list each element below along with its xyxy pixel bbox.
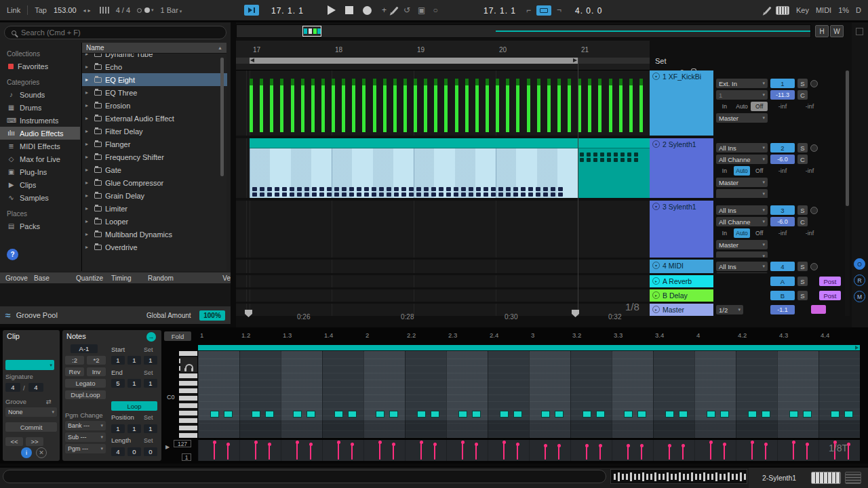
midi-note[interactable] — [707, 411, 715, 418]
track-name-box[interactable]: ▸ A Reverb — [650, 275, 713, 287]
velocity-stem[interactable] — [517, 445, 518, 460]
expand-triangle-icon[interactable]: ▸ — [85, 115, 91, 121]
monitor-auto[interactable]: Auto — [734, 166, 751, 176]
arrangement-scrollbar[interactable] — [845, 70, 850, 316]
midi-note[interactable] — [803, 411, 812, 418]
midi-note[interactable] — [458, 411, 467, 418]
monitor-in[interactable]: In — [716, 102, 733, 111]
returns-section-toggle[interactable]: R — [854, 274, 865, 286]
arm-button[interactable] — [810, 263, 818, 270]
empty-chooser[interactable]: ▾ — [716, 189, 768, 198]
loop-toggle[interactable]: Loop — [111, 401, 157, 411]
input-channel-chooser[interactable]: All Channe▾ — [716, 155, 768, 164]
end-beat-field[interactable]: 1 — [127, 379, 141, 388]
expand-triangle-icon[interactable]: ▸ — [85, 192, 91, 199]
track-fold-icon[interactable]: ▾ — [652, 262, 660, 269]
midi-note-grid[interactable] — [198, 351, 860, 438]
position-beat-field[interactable]: 1 — [127, 424, 141, 433]
track-header-3[interactable]: ▾ 3 Sylenth1 All Ins▾ All Channe▾ In Aut… — [650, 201, 844, 258]
track-header-4[interactable]: ▾ 4 MIDI All Ins▾ All Chann▾ 4 S — [650, 260, 844, 273]
preview-headphone-button[interactable] — [180, 357, 197, 372]
input-type-chooser[interactable]: All Ins▾ — [716, 205, 768, 215]
device-row[interactable]: ▸ Frequency Shifter — [82, 150, 227, 163]
volume-field[interactable]: -6.0 — [770, 155, 795, 164]
track-number-button[interactable]: 1 — [770, 79, 795, 88]
return-lane-a[interactable] — [236, 275, 650, 287]
io-section-toggle[interactable]: O — [854, 258, 865, 270]
commit-button[interactable]: Commit — [5, 422, 57, 432]
automation-arm-button[interactable] — [391, 7, 398, 14]
midi-note[interactable] — [334, 411, 343, 418]
device-row[interactable]: ▸ EQ Eight — [82, 73, 227, 86]
track-name-box[interactable]: ▾ 3 Sylenth1 — [650, 201, 713, 258]
velocity-stem[interactable] — [420, 443, 422, 460]
position-bar-field[interactable]: 1 — [111, 424, 125, 433]
reenable-automation-button[interactable]: ↺ — [403, 5, 410, 15]
output-chooser[interactable]: Master▾ — [716, 178, 768, 187]
sub-bank-chooser[interactable]: Sub ---▾ — [65, 432, 106, 442]
velocity-stem[interactable] — [475, 445, 477, 460]
mixer-section-toggle[interactable]: M — [854, 291, 865, 302]
arm-button[interactable] — [810, 207, 818, 214]
sylenth-clip-title-bar[interactable] — [250, 138, 650, 148]
search-input[interactable] — [21, 28, 197, 37]
output-chooser[interactable]: Master▾ — [716, 113, 768, 123]
key-map-button[interactable]: Key — [796, 6, 809, 14]
pre-post-toggle[interactable]: Post — [819, 291, 841, 300]
fold-button[interactable]: Fold — [164, 331, 191, 341]
browser-search[interactable] — [4, 26, 226, 39]
midi-note[interactable] — [789, 411, 798, 418]
zoom-hotspot-icon[interactable] — [856, 28, 863, 35]
track-lane-4[interactable] — [236, 260, 650, 273]
velocity-stem[interactable] — [338, 443, 339, 460]
midi-note[interactable] — [252, 411, 260, 418]
device-row[interactable]: ▸ External Audio Effect — [82, 112, 227, 125]
velocity-stem[interactable] — [214, 443, 215, 460]
expand-triangle-icon[interactable]: ▸ — [85, 244, 91, 250]
groove-pool-body[interactable] — [0, 283, 231, 306]
track-fold-icon[interactable]: ▸ — [652, 306, 660, 313]
sidebar-item-plug-ins[interactable]: ▣ Plug-Ins — [0, 165, 80, 178]
midi-note[interactable] — [762, 411, 770, 418]
monitor-in[interactable]: In — [716, 166, 733, 176]
velocity-stem[interactable] — [724, 445, 725, 460]
transpose-field[interactable]: A-1 — [71, 344, 98, 353]
expand-triangle-icon[interactable]: ▸ — [85, 205, 91, 211]
midi-note[interactable] — [307, 411, 315, 418]
lanes-view-toggle-icon[interactable] — [845, 472, 861, 484]
list-header[interactable]: Name ▲ — [82, 43, 226, 54]
master-track-header[interactable]: ▸ Master 1/2▾ -1.1 — [650, 304, 844, 316]
clip-tab-title[interactable]: Clip — [7, 332, 20, 340]
follow-button[interactable] — [244, 5, 259, 16]
velocity-stem[interactable] — [682, 446, 684, 460]
sidebar-item-packs[interactable]: ▤ Packs — [0, 220, 80, 232]
midi-note[interactable] — [679, 411, 688, 418]
groove-chooser[interactable]: None▾ — [5, 407, 57, 417]
midi-note[interactable] — [293, 411, 302, 418]
groove-column-header[interactable]: Quantize — [71, 274, 106, 282]
device-row[interactable]: ▸ Echo — [82, 60, 227, 73]
velocity-stem[interactable] — [848, 445, 849, 460]
midi-note[interactable] — [500, 411, 509, 418]
tempo-nudge-icons[interactable]: ◂▸ — [83, 7, 93, 14]
half-time-button[interactable]: :2 — [65, 356, 84, 365]
device-row[interactable]: ▸ Looper — [82, 215, 227, 228]
start-beat-field[interactable]: 1 — [127, 356, 141, 365]
device-row[interactable]: ▸ Glue Compressor — [82, 176, 227, 189]
name-column-header[interactable]: Name — [86, 44, 104, 52]
track-name-box[interactable]: ▾ 2 Sylenth1 — [650, 138, 713, 198]
expand-triangle-icon[interactable]: ▸ — [85, 89, 91, 96]
return-lane-b[interactable] — [236, 289, 650, 302]
browser-scrollbar[interactable] — [220, 58, 224, 176]
global-amount-value[interactable]: 100% — [199, 310, 225, 321]
position-sixteenth-field[interactable]: 1 — [144, 424, 157, 433]
expand-triangle-icon[interactable]: ▸ — [85, 54, 91, 57]
tap-tempo-button[interactable]: Tap — [35, 6, 47, 14]
punch-out-button[interactable]: ¬ — [557, 5, 561, 15]
arrangement-position-field[interactable]: 17. 1. 1 — [271, 6, 304, 16]
pan-field[interactable]: C — [797, 155, 808, 164]
tempo-field[interactable]: 153.00 — [54, 6, 77, 14]
length-bar-field[interactable]: 4 — [111, 447, 125, 456]
monitor-switch[interactable]: In Auto Off — [716, 102, 768, 111]
monitor-off[interactable]: Off — [751, 166, 768, 176]
